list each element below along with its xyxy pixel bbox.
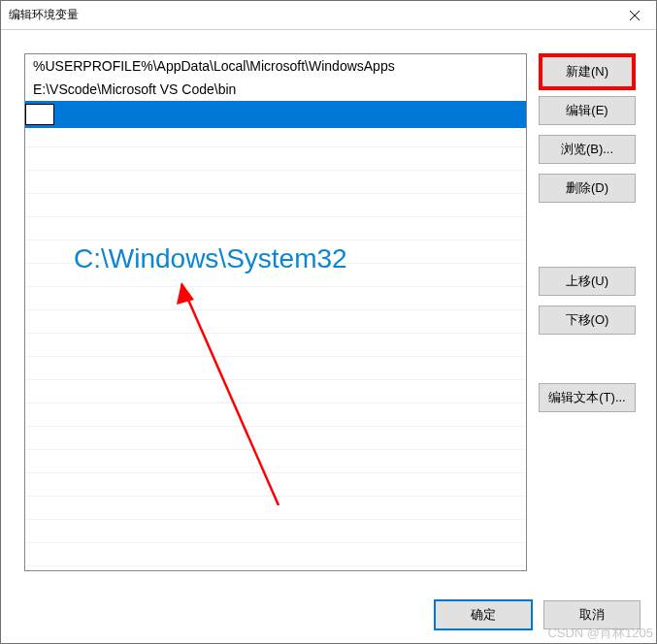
move-up-button[interactable]: 上移(U) [539,267,636,296]
annotation-text: C:\Windows\System32 [74,243,347,274]
new-button[interactable]: 新建(N) [539,53,636,90]
content-area: %USERPROFILE%\AppData\Local\Microsoft\Wi… [1,30,656,595]
list-item[interactable]: E:\VScode\Microsoft VS Code\bin [25,78,526,101]
selection-highlight [54,104,518,125]
edit-button[interactable]: 编辑(E) [539,96,636,125]
ok-button[interactable]: 确定 [435,600,532,629]
env-var-dialog: 编辑环境变量 %USERPROFILE%\AppData\Local\Micro… [0,0,657,644]
move-down-button[interactable]: 下移(O) [539,306,636,335]
close-icon [630,11,640,20]
delete-button[interactable]: 删除(D) [539,174,636,203]
inline-edit-input[interactable] [25,104,54,125]
list-item[interactable]: %USERPROFILE%\AppData\Local\Microsoft\Wi… [25,54,526,78]
titlebar: 编辑环境变量 [1,1,656,30]
ruled-area [25,124,526,570]
path-list[interactable]: %USERPROFILE%\AppData\Local\Microsoft\Wi… [24,53,527,571]
dialog-title: 编辑环境变量 [9,7,79,23]
button-column: 新建(N) 编辑(E) 浏览(B)... 删除(D) 上移(U) 下移(O) 编… [539,53,640,587]
close-button[interactable] [612,1,656,29]
edit-text-button[interactable]: 编辑文本(T)... [539,383,636,412]
browse-button[interactable]: 浏览(B)... [539,135,636,164]
watermark: CSDN @肖林1205 [547,625,653,642]
